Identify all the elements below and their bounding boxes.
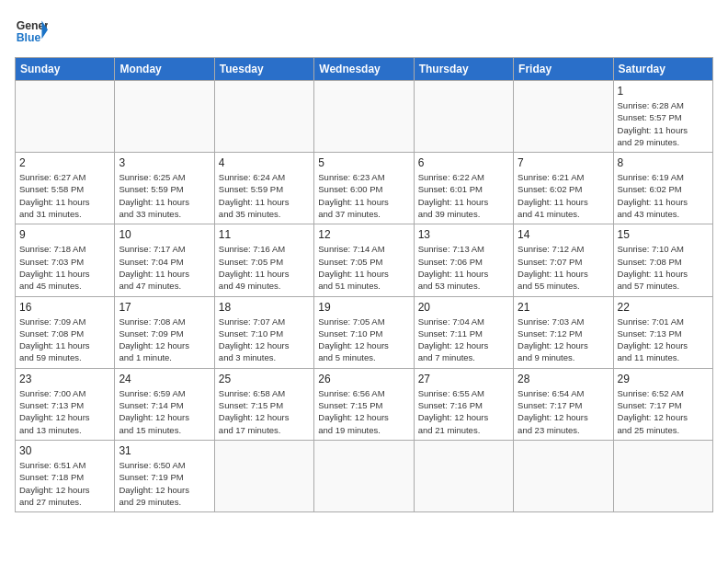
calendar-cell: 17Sunrise: 7:08 AM Sunset: 7:09 PM Dayli…	[115, 296, 214, 368]
day-number: 20	[418, 301, 509, 314]
calendar-cell: 26Sunrise: 6:56 AM Sunset: 7:15 PM Dayli…	[314, 368, 414, 440]
calendar-cell: 4Sunrise: 6:24 AM Sunset: 5:59 PM Daylig…	[214, 153, 313, 224]
day-info: Sunrise: 7:17 AM Sunset: 7:04 PM Dayligh…	[119, 243, 210, 292]
day-info: Sunrise: 6:50 AM Sunset: 7:19 PM Dayligh…	[119, 459, 210, 508]
day-number: 13	[418, 228, 509, 241]
calendar-cell	[613, 440, 712, 511]
calendar-week-row: 23Sunrise: 7:00 AM Sunset: 7:13 PM Dayli…	[16, 368, 713, 440]
calendar-cell: 25Sunrise: 6:58 AM Sunset: 7:15 PM Dayli…	[214, 368, 313, 440]
day-info: Sunrise: 6:52 AM Sunset: 7:17 PM Dayligh…	[618, 387, 709, 436]
day-number: 31	[119, 444, 210, 457]
day-info: Sunrise: 7:10 AM Sunset: 7:08 PM Dayligh…	[618, 243, 709, 292]
calendar-cell: 23Sunrise: 7:00 AM Sunset: 7:13 PM Dayli…	[16, 368, 115, 440]
calendar-cell: 7Sunrise: 6:21 AM Sunset: 6:02 PM Daylig…	[514, 153, 613, 224]
calendar-cell: 20Sunrise: 7:04 AM Sunset: 7:11 PM Dayli…	[414, 296, 513, 368]
calendar-cell: 16Sunrise: 7:09 AM Sunset: 7:08 PM Dayli…	[16, 296, 115, 368]
calendar-cell: 3Sunrise: 6:25 AM Sunset: 5:59 PM Daylig…	[115, 153, 214, 224]
day-number: 21	[518, 301, 609, 314]
day-info: Sunrise: 6:22 AM Sunset: 6:01 PM Dayligh…	[418, 171, 509, 220]
calendar-week-row: 30Sunrise: 6:51 AM Sunset: 7:18 PM Dayli…	[16, 440, 713, 511]
day-number: 6	[418, 156, 509, 169]
day-info: Sunrise: 7:04 AM Sunset: 7:11 PM Dayligh…	[418, 316, 509, 364]
day-number: 4	[219, 156, 310, 169]
day-number: 14	[518, 228, 609, 241]
day-number: 26	[318, 373, 409, 385]
calendar-cell: 21Sunrise: 7:03 AM Sunset: 7:12 PM Dayli…	[514, 296, 613, 368]
calendar-cell: 18Sunrise: 7:07 AM Sunset: 7:10 PM Dayli…	[214, 296, 313, 368]
day-number: 30	[19, 444, 110, 457]
calendar-cell	[414, 440, 513, 511]
day-info: Sunrise: 6:19 AM Sunset: 6:02 PM Dayligh…	[618, 171, 709, 220]
calendar: SundayMondayTuesdayWednesdayThursdayFrid…	[15, 57, 713, 512]
day-number: 8	[618, 156, 709, 169]
calendar-cell: 29Sunrise: 6:52 AM Sunset: 7:17 PM Dayli…	[613, 368, 712, 440]
day-info: Sunrise: 7:16 AM Sunset: 7:05 PM Dayligh…	[219, 243, 310, 292]
day-info: Sunrise: 7:07 AM Sunset: 7:10 PM Dayligh…	[219, 316, 310, 364]
calendar-cell: 6Sunrise: 6:22 AM Sunset: 6:01 PM Daylig…	[414, 153, 513, 224]
day-number: 27	[418, 373, 509, 385]
calendar-cell: 31Sunrise: 6:50 AM Sunset: 7:19 PM Dayli…	[115, 440, 214, 511]
day-number: 23	[19, 373, 110, 385]
day-info: Sunrise: 7:13 AM Sunset: 7:06 PM Dayligh…	[418, 243, 509, 292]
day-number: 10	[119, 228, 210, 241]
calendar-cell	[414, 81, 513, 153]
calendar-cell	[214, 440, 313, 511]
day-number: 19	[318, 301, 409, 314]
day-number: 17	[119, 301, 210, 314]
header: General Blue	[15, 15, 713, 48]
day-info: Sunrise: 7:18 AM Sunset: 7:03 PM Dayligh…	[19, 243, 110, 292]
day-number: 22	[618, 301, 709, 314]
day-info: Sunrise: 6:27 AM Sunset: 5:58 PM Dayligh…	[19, 171, 110, 220]
day-info: Sunrise: 6:54 AM Sunset: 7:17 PM Dayligh…	[518, 387, 609, 436]
day-info: Sunrise: 7:01 AM Sunset: 7:13 PM Dayligh…	[618, 316, 709, 364]
calendar-cell: 2Sunrise: 6:27 AM Sunset: 5:58 PM Daylig…	[16, 153, 115, 224]
day-number: 29	[618, 373, 709, 385]
day-number: 24	[119, 373, 210, 385]
day-number: 28	[518, 373, 609, 385]
day-number: 9	[19, 228, 110, 241]
day-number: 18	[219, 301, 310, 314]
calendar-cell: 27Sunrise: 6:55 AM Sunset: 7:16 PM Dayli…	[414, 368, 513, 440]
col-header-friday: Friday	[514, 58, 613, 81]
calendar-cell	[115, 81, 214, 153]
svg-text:Blue: Blue	[17, 31, 41, 44]
day-info: Sunrise: 7:12 AM Sunset: 7:07 PM Dayligh…	[518, 243, 609, 292]
calendar-cell: 30Sunrise: 6:51 AM Sunset: 7:18 PM Dayli…	[16, 440, 115, 511]
day-info: Sunrise: 6:59 AM Sunset: 7:14 PM Dayligh…	[119, 387, 210, 436]
day-info: Sunrise: 7:05 AM Sunset: 7:10 PM Dayligh…	[318, 316, 409, 364]
calendar-cell: 28Sunrise: 6:54 AM Sunset: 7:17 PM Dayli…	[514, 368, 613, 440]
day-info: Sunrise: 7:00 AM Sunset: 7:13 PM Dayligh…	[19, 387, 110, 436]
col-header-saturday: Saturday	[613, 58, 712, 81]
calendar-week-row: 9Sunrise: 7:18 AM Sunset: 7:03 PM Daylig…	[16, 224, 713, 296]
col-header-tuesday: Tuesday	[214, 58, 313, 81]
day-number: 12	[318, 228, 409, 241]
calendar-cell	[314, 81, 414, 153]
day-info: Sunrise: 7:03 AM Sunset: 7:12 PM Dayligh…	[518, 316, 609, 364]
day-info: Sunrise: 6:55 AM Sunset: 7:16 PM Dayligh…	[418, 387, 509, 436]
day-number: 2	[19, 156, 110, 169]
calendar-cell: 13Sunrise: 7:13 AM Sunset: 7:06 PM Dayli…	[414, 224, 513, 296]
day-number: 15	[618, 228, 709, 241]
day-info: Sunrise: 7:09 AM Sunset: 7:08 PM Dayligh…	[19, 316, 110, 364]
calendar-cell: 5Sunrise: 6:23 AM Sunset: 6:00 PM Daylig…	[314, 153, 414, 224]
day-info: Sunrise: 6:58 AM Sunset: 7:15 PM Dayligh…	[219, 387, 310, 436]
calendar-cell: 8Sunrise: 6:19 AM Sunset: 6:02 PM Daylig…	[613, 153, 712, 224]
day-info: Sunrise: 6:25 AM Sunset: 5:59 PM Dayligh…	[119, 171, 210, 220]
day-info: Sunrise: 6:23 AM Sunset: 6:00 PM Dayligh…	[318, 171, 409, 220]
calendar-cell: 15Sunrise: 7:10 AM Sunset: 7:08 PM Dayli…	[613, 224, 712, 296]
generalblue-logo-icon: General Blue	[15, 15, 48, 48]
day-number: 11	[219, 228, 310, 241]
calendar-header-row: SundayMondayTuesdayWednesdayThursdayFrid…	[16, 58, 713, 81]
calendar-cell: 1Sunrise: 6:28 AM Sunset: 5:57 PM Daylig…	[613, 81, 712, 153]
calendar-cell: 14Sunrise: 7:12 AM Sunset: 7:07 PM Dayli…	[514, 224, 613, 296]
day-number: 25	[219, 373, 310, 385]
calendar-cell	[16, 81, 115, 153]
day-info: Sunrise: 7:14 AM Sunset: 7:05 PM Dayligh…	[318, 243, 409, 292]
day-number: 1	[618, 85, 709, 98]
calendar-cell	[214, 81, 313, 153]
calendar-week-row: 16Sunrise: 7:09 AM Sunset: 7:08 PM Dayli…	[16, 296, 713, 368]
calendar-cell: 11Sunrise: 7:16 AM Sunset: 7:05 PM Dayli…	[214, 224, 313, 296]
calendar-cell: 22Sunrise: 7:01 AM Sunset: 7:13 PM Dayli…	[613, 296, 712, 368]
calendar-cell: 10Sunrise: 7:17 AM Sunset: 7:04 PM Dayli…	[115, 224, 214, 296]
calendar-cell	[514, 440, 613, 511]
